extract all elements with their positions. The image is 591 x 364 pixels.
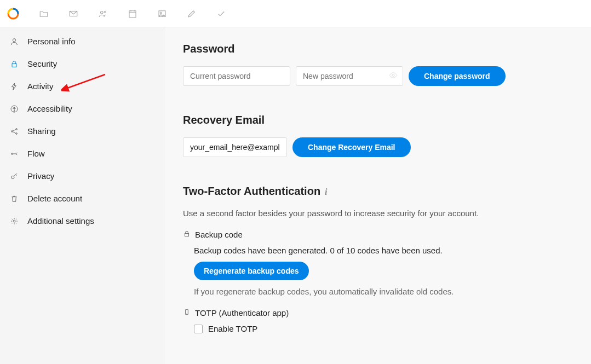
sidebar-item-personal-info[interactable]: Personal info [0,30,164,53]
check-icon[interactable] [210,3,232,25]
flow-icon [10,149,19,158]
sidebar-item-label: Activity [27,82,54,91]
password-heading: Password [183,43,572,55]
contacts-icon[interactable] [92,3,114,25]
sidebar-item-label: Accessibility [27,104,72,113]
backup-code-title: Backup code [195,230,243,239]
twofa-heading: Two-Factor Authenticationi [183,185,572,198]
sidebar-item-label: Privacy [27,171,54,181]
user-icon [10,37,19,46]
svg-rect-18 [185,233,189,236]
sidebar-item-flow[interactable]: Flow [0,142,164,165]
svg-point-10 [14,107,15,108]
backup-code-status: Backup codes have been generated. 0 of 1… [194,246,572,255]
svg-point-17 [392,74,394,77]
svg-point-15 [12,176,14,178]
svg-rect-4 [129,10,136,17]
sidebar-item-privacy[interactable]: Privacy [0,165,164,187]
recovery-heading: Recovery Email [183,114,572,126]
lock-icon [10,60,19,68]
app-logo [7,7,20,20]
pencil-icon[interactable] [181,3,203,25]
totp-subsection: TOTP (Authenticator app) Enable TOTP [183,308,572,333]
current-password-input[interactable] [183,66,290,86]
twofa-section: Two-Factor Authenticationi Use a second … [164,169,591,345]
sidebar-item-accessibility[interactable]: Accessibility [0,97,164,120]
sidebar-item-sharing[interactable]: Sharing [0,120,164,142]
svg-point-6 [160,12,162,14]
password-section: Password Change password [164,27,591,98]
lightning-icon [10,82,19,91]
svg-point-2 [101,11,104,14]
enable-totp-checkbox[interactable] [194,325,203,333]
settings-sidebar: Personal info Security Activity Accessib… [0,27,164,364]
calendar-icon[interactable] [122,3,144,25]
svg-point-11 [12,130,13,132]
photos-icon[interactable] [151,3,173,25]
info-icon[interactable]: i [325,187,327,197]
change-password-button[interactable]: Change password [409,66,506,86]
backup-code-note: If you regenerate backup codes, you auto… [194,287,572,296]
trash-icon [10,194,19,203]
svg-point-16 [13,220,15,222]
sidebar-item-label: Additional settings [27,216,94,226]
sidebar-item-label: Sharing [27,126,56,136]
totp-title: TOTP (Authenticator app) [195,308,289,317]
content-area: Password Change password Recovery Email … [164,27,591,364]
sidebar-item-label: Personal info [27,37,76,46]
sidebar-item-activity[interactable]: Activity [0,75,164,97]
recovery-section: Recovery Email Change Recovery Email [164,98,591,169]
enable-totp-label: Enable TOTP [208,324,257,333]
sidebar-item-label: Delete account [27,194,82,203]
svg-point-7 [13,38,15,41]
share-icon [10,127,19,136]
accessibility-icon [10,105,19,113]
svg-point-14 [12,153,13,154]
svg-rect-8 [12,63,16,67]
sidebar-item-label: Flow [27,149,45,158]
gear-icon [10,217,19,226]
topbar [0,0,591,27]
svg-point-13 [16,132,18,134]
eye-icon[interactable] [389,71,398,82]
sidebar-item-security[interactable]: Security [0,53,164,75]
backup-code-subsection: Backup code Backup codes have been gener… [183,230,572,296]
folder-icon[interactable] [33,3,55,25]
mail-icon[interactable] [62,3,84,25]
svg-point-12 [16,128,18,130]
key-icon [10,172,19,181]
sidebar-item-label: Security [27,59,57,68]
sidebar-item-delete-account[interactable]: Delete account [0,187,164,210]
new-password-input[interactable] [296,66,403,86]
svg-point-3 [104,11,106,13]
change-recovery-email-button[interactable]: Change Recovery Email [292,137,411,157]
twofa-description: Use a second factor besides your passwor… [183,209,572,218]
phone-icon [183,308,191,317]
sidebar-item-additional-settings[interactable]: Additional settings [0,210,164,232]
regenerate-backup-codes-button[interactable]: Regenerate backup codes [194,262,309,280]
lock-icon [183,230,191,239]
recovery-email-input[interactable] [183,137,287,157]
